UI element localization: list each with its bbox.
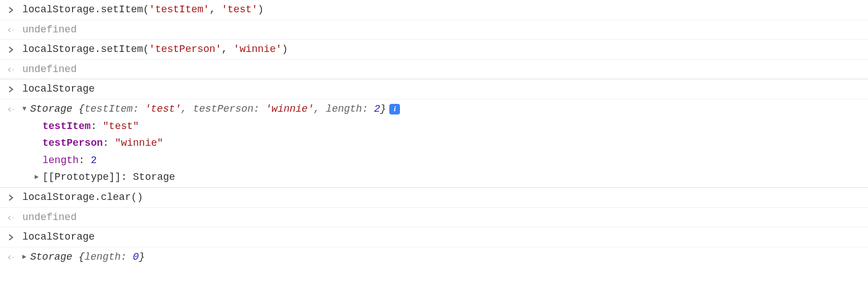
object-property: testItem: "test" [42,118,862,135]
console-row: localStorage.setItem('testItem', 'test') [0,0,868,20]
object-value: 'test' [145,103,181,114]
brace: } [139,251,145,262]
console-output: localStorage.setItem('testItem', 'test')… [0,0,868,266]
disclosure-triangle-right-icon[interactable]: ▶ [35,171,42,183]
object-key: length: [326,103,374,114]
console-row: undefined [0,59,868,79]
class-name: Storage [30,251,73,262]
property-key: testPerson [42,137,103,149]
undefined-value: undefined [22,212,77,223]
output-return-icon [8,21,22,38]
console-row: localStorage.setItem('testPerson', 'winn… [0,39,868,59]
brace: { [73,251,85,262]
code-token: localStorage [22,83,95,94]
undefined-value: undefined [22,24,77,35]
svg-point-3 [12,217,13,218]
code-token: ) [282,44,288,55]
object-value: 'winnie' [265,103,313,114]
input-prompt-icon [8,228,22,245]
brace: { [73,103,85,114]
console-row-content: undefined [22,209,862,226]
object-key: testItem: [84,103,145,114]
console-input[interactable]: localStorage [22,80,862,98]
object-property: length: 2 [42,152,862,169]
console-input[interactable]: localStorage.setItem('testItem', 'test') [22,1,862,18]
console-input[interactable]: localStorage.clear() [22,189,862,206]
property-key: testItem [42,121,90,132]
undefined-value: undefined [22,64,77,75]
console-row-content: undefined [22,61,862,78]
console-row: undefined [0,207,868,227]
input-prompt-icon [8,80,22,97]
object-key: length: [84,251,132,262]
property-key: length [42,155,79,166]
object-property: testPerson: "winnie" [42,135,862,152]
svg-point-2 [12,109,13,110]
property-value: "winnie" [115,137,163,149]
code-token: , [221,44,233,55]
console-input[interactable]: localStorage.setItem('testPerson', 'winn… [22,41,862,58]
console-row: localStorage [0,79,868,99]
console-row-content: ▶Storage {length: 0} [22,249,862,266]
code-token: localStorage.clear() [22,192,143,203]
disclosure-triangle-right-icon[interactable]: ▶ [22,251,30,262]
code-string: 'winnie' [233,44,282,55]
code-token: localStorage.setItem( [22,4,149,15]
svg-point-1 [12,69,13,70]
colon: : [79,155,91,166]
info-icon[interactable]: i [389,104,400,114]
disclosure-triangle-down-icon[interactable]: ▼ [22,103,30,114]
property-value: 2 [90,155,97,166]
console-row: ▼Storage {testItem: 'test', testPerson: … [0,99,868,187]
console-row: undefined [0,20,868,40]
object-summary[interactable]: ▼Storage {testItem: 'test', testPerson: … [22,101,862,118]
colon: : [121,171,133,183]
code-string: 'test' [221,4,257,15]
console-row: ▶Storage {length: 0} [0,247,868,267]
object-value: 2 [374,103,380,114]
object-key: testPerson: [193,103,266,114]
input-prompt-icon [8,41,22,58]
console-row: localStorage [0,227,868,247]
code-string: 'testItem' [149,4,209,15]
class-name: Storage [30,103,73,114]
input-prompt-icon [8,1,22,18]
output-return-icon [8,101,22,117]
console-input[interactable]: localStorage [22,228,862,246]
code-string: 'testPerson' [149,44,222,55]
property-value: "test" [103,121,139,132]
prototype-row[interactable]: ▶[[Prototype]]: Storage [35,169,862,186]
brace: } [380,103,387,114]
svg-point-4 [12,257,13,258]
prototype-label: [[Prototype]] [42,171,121,183]
object-value: 0 [133,251,139,262]
output-return-icon [8,209,22,226]
console-row: localStorage.clear() [0,187,868,207]
separator: , [314,103,326,114]
code-token: localStorage.setItem( [22,44,149,55]
output-return-icon [8,61,22,78]
code-token: , [209,4,222,15]
colon: : [103,137,115,149]
object-summary[interactable]: ▶Storage {length: 0} [22,249,862,266]
svg-point-0 [12,30,13,31]
console-row-content: undefined [22,21,862,39]
object-properties: testItem: "test"testPerson: "winnie"leng… [22,118,862,186]
console-row-content: ▼Storage {testItem: 'test', testPerson: … [22,101,862,186]
code-token: localStorage [22,231,95,242]
prototype-value: Storage [133,171,175,183]
output-return-icon [8,249,22,265]
code-token: ) [257,4,264,15]
separator: , [181,103,193,114]
input-prompt-icon [8,189,22,206]
colon: : [90,121,103,132]
